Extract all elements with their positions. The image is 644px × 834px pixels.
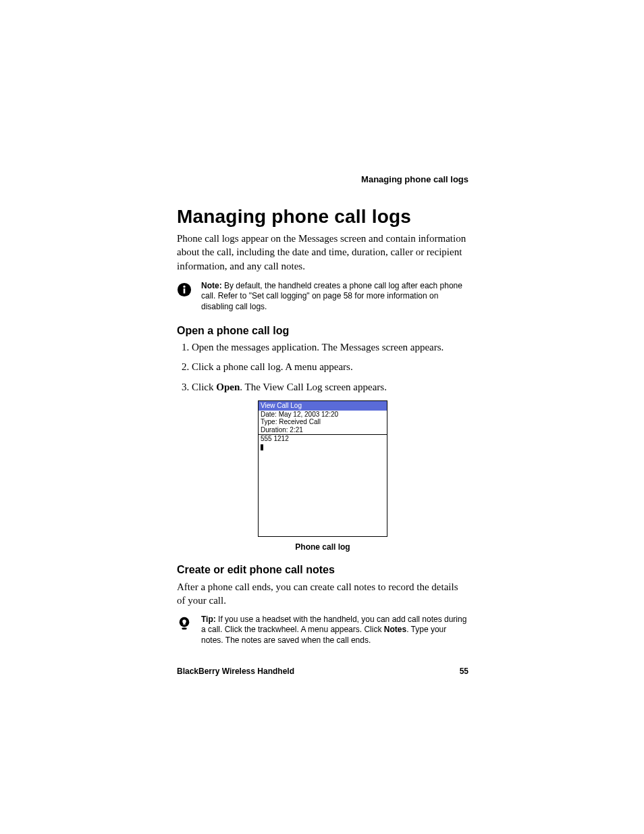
screenshot-type: Type: Received Call [259,418,387,426]
page-footer: BlackBerry Wireless Handheld 55 [177,667,468,676]
note-label: Note: [201,281,222,290]
lightbulb-icon [177,616,192,631]
step-item: Click Open. The View Call Log screen app… [192,381,468,394]
step3-prefix: Click [192,382,216,392]
tip-bold: Notes [384,625,406,634]
note-body: By default, the handheld creates a phone… [201,281,462,311]
svg-rect-4 [183,624,186,625]
step3-bold: Open [216,382,240,392]
screenshot-duration: Duration: 2:21 [259,426,387,434]
tip-label: Tip: [201,615,216,624]
footer-page-number: 55 [460,667,468,676]
svg-rect-5 [182,627,186,629]
intro-paragraph: Phone call logs appear on the Messages s… [177,232,468,273]
tip-text: Tip: If you use a headset with the handh… [201,615,468,646]
screenshot-figure: View Call Log Date: May 12, 2003 12:20 T… [177,400,468,552]
section2-body: After a phone call ends, you can create … [177,580,468,608]
screenshot-date: Date: May 12, 2003 12:20 [259,411,387,419]
screenshot-caption: Phone call log [177,542,468,552]
screenshot-number: 555 1212 [259,435,387,443]
note-text: Note: By default, the handheld creates a… [201,281,468,313]
device-screenshot: View Call Log Date: May 12, 2003 12:20 T… [258,400,387,537]
steps-list: Open the messages application. The Messa… [177,341,468,394]
page-title: Managing phone call logs [177,206,468,228]
step-item: Click a phone call log. A menu appears. [192,361,468,374]
document-page: Managing phone call logs Managing phone … [0,0,644,834]
step3-suffix: . The View Call Log screen appears. [240,382,387,392]
section-heading-open-log: Open a phone call log [177,325,468,337]
info-icon [177,282,192,297]
screenshot-titlebar: View Call Log [259,401,387,411]
step-item: Open the messages application. The Messa… [192,341,468,355]
note-callout: Note: By default, the handheld creates a… [177,281,468,313]
svg-rect-1 [184,288,186,293]
svg-point-2 [183,286,185,288]
cursor-icon [261,444,263,450]
tip-callout: Tip: If you use a headset with the handh… [177,615,468,646]
section-heading-create-notes: Create or edit phone call notes [177,564,468,576]
footer-product: BlackBerry Wireless Handheld [177,667,294,676]
running-head: Managing phone call logs [361,174,468,184]
